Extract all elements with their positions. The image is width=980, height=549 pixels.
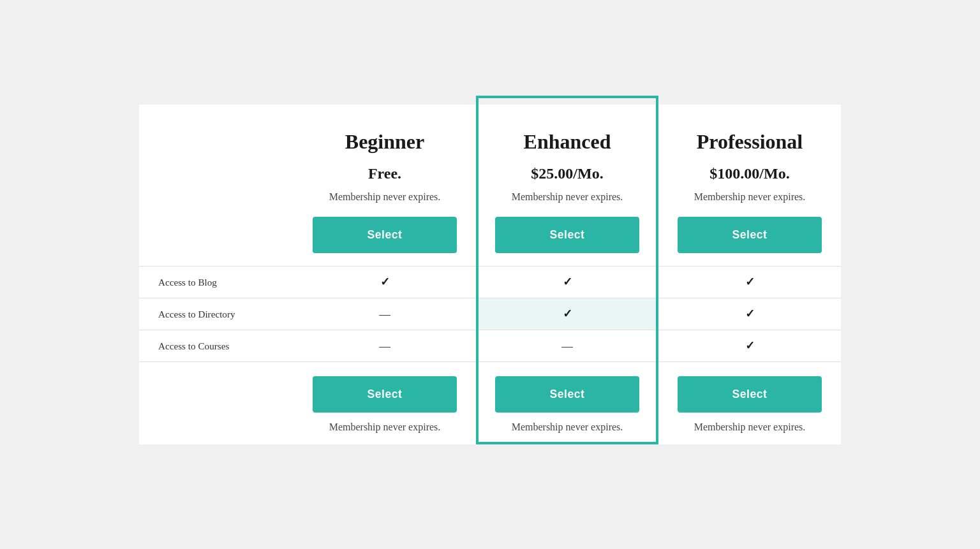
professional-plan-price: $100.00/Mo. (678, 165, 822, 182)
beginner-header-cell: Beginner Free. Membership never expires.… (293, 105, 476, 267)
beginner-bottom-cell: Select Membership never expires. (293, 362, 476, 445)
feature-label-courses: Access to Courses (139, 330, 293, 362)
beginner-plan-price: Free. (313, 165, 457, 182)
bottom-label-cell (139, 362, 293, 445)
feature-label-directory: Access to Directory (139, 298, 293, 330)
enhanced-select-button-bottom[interactable]: Select (495, 376, 639, 413)
professional-header-cell: Professional $100.00/Mo. Membership neve… (658, 105, 841, 267)
feature-label-blog: Access to Blog (139, 267, 293, 298)
enhanced-bottom-note: Membership never expires. (495, 421, 639, 433)
beginner-courses-cell: — (293, 330, 476, 362)
enhanced-plan-price: $25.00/Mo. (495, 165, 639, 182)
beginner-blog-check: ✓ (380, 275, 390, 288)
professional-select-button-top[interactable]: Select (678, 217, 822, 253)
beginner-courses-dash: — (379, 339, 390, 352)
enhanced-courses-dash: — (561, 339, 573, 352)
professional-bottom-cell: Select Membership never expires. (658, 362, 841, 445)
pricing-table: Beginner Free. Membership never expires.… (139, 105, 841, 444)
beginner-plan-note: Membership never expires. (313, 191, 457, 203)
professional-plan-note: Membership never expires. (678, 191, 822, 203)
beginner-select-button-top[interactable]: Select (313, 217, 457, 253)
enhanced-plan-note: Membership never expires. (495, 191, 639, 203)
professional-blog-check: ✓ (745, 275, 755, 288)
beginner-select-button-bottom[interactable]: Select (313, 376, 457, 413)
beginner-directory-cell: — (293, 298, 476, 330)
professional-plan-name: Professional (678, 130, 822, 154)
bottom-row: Select Membership never expires. Select … (139, 362, 841, 445)
enhanced-directory-cell: ✓ (476, 298, 658, 330)
enhanced-blog-check: ✓ (563, 275, 572, 288)
enhanced-courses-cell: — (476, 330, 658, 362)
beginner-blog-cell: ✓ (293, 267, 476, 298)
enhanced-directory-check: ✓ (563, 307, 572, 320)
enhanced-select-button-top[interactable]: Select (495, 217, 639, 253)
professional-blog-cell: ✓ (658, 267, 841, 298)
label-header-cell (139, 105, 293, 267)
professional-select-button-bottom[interactable]: Select (678, 376, 822, 413)
pricing-table-container: Beginner Free. Membership never expires.… (139, 105, 841, 444)
beginner-bottom-note: Membership never expires. (313, 421, 457, 433)
feature-row-courses: Access to Courses — — ✓ (139, 330, 841, 362)
enhanced-blog-cell: ✓ (476, 267, 658, 298)
professional-bottom-note: Membership never expires. (678, 421, 822, 433)
enhanced-bottom-cell: Select Membership never expires. (476, 362, 658, 445)
beginner-directory-dash: — (379, 307, 390, 320)
feature-row-blog: Access to Blog ✓ ✓ ✓ (139, 267, 841, 298)
feature-row-directory: Access to Directory — ✓ ✓ (139, 298, 841, 330)
beginner-plan-name: Beginner (313, 130, 457, 154)
enhanced-header-cell: Enhanced $25.00/Mo. Membership never exp… (476, 105, 658, 267)
professional-directory-cell: ✓ (658, 298, 841, 330)
professional-directory-check: ✓ (745, 307, 755, 320)
professional-courses-cell: ✓ (658, 330, 841, 362)
enhanced-plan-name: Enhanced (495, 130, 639, 154)
professional-courses-check: ✓ (745, 339, 755, 352)
header-row: Beginner Free. Membership never expires.… (139, 105, 841, 267)
